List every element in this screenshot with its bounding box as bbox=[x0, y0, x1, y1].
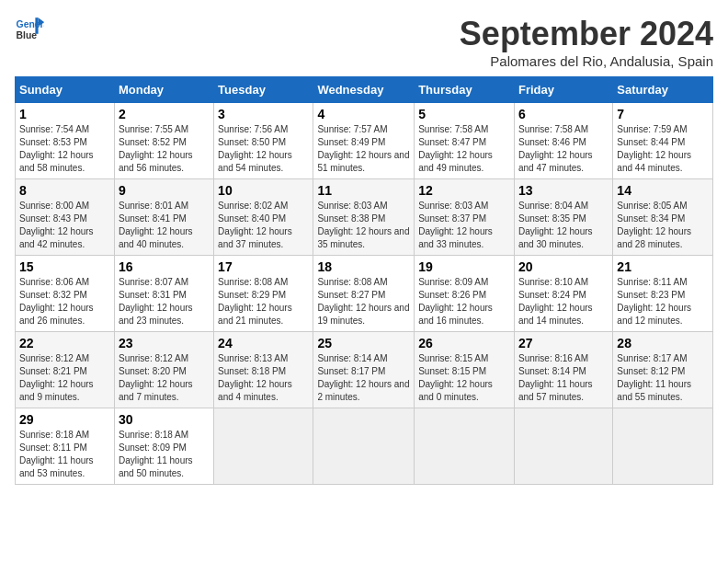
day-info: Sunrise: 8:08 AMSunset: 8:27 PMDaylight:… bbox=[317, 276, 410, 327]
calendar-cell bbox=[313, 408, 415, 485]
calendar-cell bbox=[214, 408, 313, 485]
day-number: 27 bbox=[518, 336, 609, 350]
day-of-week-header: Friday bbox=[514, 77, 612, 103]
calendar-header-row: SundayMondayTuesdayWednesdayThursdayFrid… bbox=[16, 77, 713, 103]
day-number: 21 bbox=[617, 259, 709, 274]
day-number: 22 bbox=[19, 336, 110, 350]
calendar-table: SundayMondayTuesdayWednesdayThursdayFrid… bbox=[15, 76, 713, 485]
day-info: Sunrise: 7:58 AMSunset: 8:47 PMDaylight:… bbox=[418, 123, 510, 175]
day-number: 16 bbox=[119, 259, 210, 274]
day-number: 30 bbox=[119, 412, 210, 427]
calendar-cell: 1 Sunrise: 7:54 AMSunset: 8:53 PMDayligh… bbox=[16, 103, 115, 179]
calendar-week-row: 22 Sunrise: 8:12 AMSunset: 8:21 PMDaylig… bbox=[16, 332, 713, 408]
day-number: 29 bbox=[19, 412, 110, 427]
day-info: Sunrise: 7:58 AMSunset: 8:46 PMDaylight:… bbox=[518, 123, 609, 175]
day-info: Sunrise: 8:18 AMSunset: 8:11 PMDaylight:… bbox=[19, 429, 110, 480]
day-info: Sunrise: 8:01 AMSunset: 8:41 PMDaylight:… bbox=[119, 200, 210, 251]
calendar-week-row: 15 Sunrise: 8:06 AMSunset: 8:32 PMDaylig… bbox=[16, 256, 713, 332]
calendar-cell bbox=[415, 408, 515, 485]
calendar-cell: 28 Sunrise: 8:17 AMSunset: 8:12 PMDaylig… bbox=[613, 332, 713, 408]
day-info: Sunrise: 8:10 AMSunset: 8:24 PMDaylight:… bbox=[518, 276, 609, 327]
day-number: 17 bbox=[218, 259, 309, 274]
day-number: 26 bbox=[418, 336, 510, 350]
calendar-title: September 2024 bbox=[460, 15, 713, 53]
svg-rect-4 bbox=[35, 17, 38, 34]
calendar-cell: 14 Sunrise: 8:05 AMSunset: 8:34 PMDaylig… bbox=[613, 179, 713, 256]
calendar-cell: 20 Sunrise: 8:10 AMSunset: 8:24 PMDaylig… bbox=[514, 256, 612, 332]
calendar-cell: 4 Sunrise: 7:57 AMSunset: 8:49 PMDayligh… bbox=[313, 103, 415, 179]
calendar-cell: 26 Sunrise: 8:15 AMSunset: 8:15 PMDaylig… bbox=[415, 332, 515, 408]
day-number: 24 bbox=[218, 336, 309, 350]
day-of-week-header: Saturday bbox=[613, 77, 713, 103]
day-info: Sunrise: 8:09 AMSunset: 8:26 PMDaylight:… bbox=[418, 276, 510, 327]
day-number: 13 bbox=[518, 183, 609, 198]
calendar-week-row: 29 Sunrise: 8:18 AMSunset: 8:11 PMDaylig… bbox=[16, 408, 713, 485]
title-block: September 2024 Palomares del Rio, Andalu… bbox=[460, 15, 713, 69]
day-info: Sunrise: 8:14 AMSunset: 8:17 PMDaylight:… bbox=[317, 352, 410, 404]
calendar-cell: 27 Sunrise: 8:16 AMSunset: 8:14 PMDaylig… bbox=[514, 332, 612, 408]
calendar-subtitle: Palomares del Rio, Andalusia, Spain bbox=[460, 53, 713, 69]
calendar-cell: 9 Sunrise: 8:01 AMSunset: 8:41 PMDayligh… bbox=[114, 179, 213, 256]
day-number: 4 bbox=[317, 107, 410, 121]
calendar-cell: 16 Sunrise: 8:07 AMSunset: 8:31 PMDaylig… bbox=[114, 256, 213, 332]
day-info: Sunrise: 7:59 AMSunset: 8:44 PMDaylight:… bbox=[617, 123, 709, 175]
day-number: 10 bbox=[218, 183, 309, 198]
calendar-cell bbox=[514, 408, 612, 485]
calendar-cell: 15 Sunrise: 8:06 AMSunset: 8:32 PMDaylig… bbox=[16, 256, 115, 332]
day-info: Sunrise: 8:17 AMSunset: 8:12 PMDaylight:… bbox=[617, 352, 709, 404]
calendar-cell: 17 Sunrise: 8:08 AMSunset: 8:29 PMDaylig… bbox=[214, 256, 313, 332]
calendar-cell: 19 Sunrise: 8:09 AMSunset: 8:26 PMDaylig… bbox=[415, 256, 515, 332]
day-info: Sunrise: 8:12 AMSunset: 8:21 PMDaylight:… bbox=[19, 352, 110, 404]
day-of-week-header: Thursday bbox=[415, 77, 515, 103]
calendar-cell: 3 Sunrise: 7:56 AMSunset: 8:50 PMDayligh… bbox=[214, 103, 313, 179]
calendar-cell: 7 Sunrise: 7:59 AMSunset: 8:44 PMDayligh… bbox=[613, 103, 713, 179]
calendar-cell: 8 Sunrise: 8:00 AMSunset: 8:43 PMDayligh… bbox=[16, 179, 115, 256]
day-number: 6 bbox=[518, 107, 609, 121]
day-number: 19 bbox=[418, 259, 510, 274]
day-number: 28 bbox=[617, 336, 709, 350]
day-number: 2 bbox=[119, 107, 210, 121]
day-number: 7 bbox=[617, 107, 709, 121]
calendar-cell: 11 Sunrise: 8:03 AMSunset: 8:38 PMDaylig… bbox=[313, 179, 415, 256]
calendar-cell bbox=[613, 408, 713, 485]
day-number: 9 bbox=[119, 183, 210, 198]
day-number: 14 bbox=[617, 183, 709, 198]
day-info: Sunrise: 7:54 AMSunset: 8:53 PMDaylight:… bbox=[19, 123, 110, 175]
day-number: 11 bbox=[317, 183, 410, 198]
day-of-week-header: Tuesday bbox=[214, 77, 313, 103]
day-number: 18 bbox=[317, 259, 410, 274]
calendar-cell: 12 Sunrise: 8:03 AMSunset: 8:37 PMDaylig… bbox=[415, 179, 515, 256]
day-info: Sunrise: 8:08 AMSunset: 8:29 PMDaylight:… bbox=[218, 276, 309, 327]
day-info: Sunrise: 8:07 AMSunset: 8:31 PMDaylight:… bbox=[119, 276, 210, 327]
calendar-cell: 10 Sunrise: 8:02 AMSunset: 8:40 PMDaylig… bbox=[214, 179, 313, 256]
calendar-cell: 6 Sunrise: 7:58 AMSunset: 8:46 PMDayligh… bbox=[514, 103, 612, 179]
day-info: Sunrise: 7:55 AMSunset: 8:52 PMDaylight:… bbox=[119, 123, 210, 175]
calendar-cell: 5 Sunrise: 7:58 AMSunset: 8:47 PMDayligh… bbox=[415, 103, 515, 179]
day-info: Sunrise: 8:12 AMSunset: 8:20 PMDaylight:… bbox=[119, 352, 210, 404]
day-number: 5 bbox=[418, 107, 510, 121]
svg-text:Blue: Blue bbox=[17, 30, 38, 40]
calendar-cell: 25 Sunrise: 8:14 AMSunset: 8:17 PMDaylig… bbox=[313, 332, 415, 408]
day-info: Sunrise: 7:56 AMSunset: 8:50 PMDaylight:… bbox=[218, 123, 309, 175]
calendar-week-row: 8 Sunrise: 8:00 AMSunset: 8:43 PMDayligh… bbox=[16, 179, 713, 256]
page-header: General Blue September 2024 Palomares de… bbox=[15, 15, 713, 69]
day-number: 1 bbox=[19, 107, 110, 121]
logo-icon: General Blue bbox=[15, 15, 44, 44]
day-info: Sunrise: 8:00 AMSunset: 8:43 PMDaylight:… bbox=[19, 200, 110, 251]
day-of-week-header: Monday bbox=[114, 77, 213, 103]
day-number: 8 bbox=[19, 183, 110, 198]
day-info: Sunrise: 8:18 AMSunset: 8:09 PMDaylight:… bbox=[119, 429, 210, 480]
calendar-cell: 2 Sunrise: 7:55 AMSunset: 8:52 PMDayligh… bbox=[114, 103, 213, 179]
day-number: 25 bbox=[317, 336, 410, 350]
calendar-cell: 22 Sunrise: 8:12 AMSunset: 8:21 PMDaylig… bbox=[16, 332, 115, 408]
logo: General Blue bbox=[15, 15, 44, 44]
day-info: Sunrise: 8:03 AMSunset: 8:37 PMDaylight:… bbox=[418, 200, 510, 251]
day-info: Sunrise: 8:11 AMSunset: 8:23 PMDaylight:… bbox=[617, 276, 709, 327]
day-info: Sunrise: 8:13 AMSunset: 8:18 PMDaylight:… bbox=[218, 352, 309, 404]
day-info: Sunrise: 8:02 AMSunset: 8:40 PMDaylight:… bbox=[218, 200, 309, 251]
day-of-week-header: Wednesday bbox=[313, 77, 415, 103]
day-info: Sunrise: 8:06 AMSunset: 8:32 PMDaylight:… bbox=[19, 276, 110, 327]
calendar-cell: 18 Sunrise: 8:08 AMSunset: 8:27 PMDaylig… bbox=[313, 256, 415, 332]
day-info: Sunrise: 8:03 AMSunset: 8:38 PMDaylight:… bbox=[317, 200, 410, 251]
day-number: 20 bbox=[518, 259, 609, 274]
